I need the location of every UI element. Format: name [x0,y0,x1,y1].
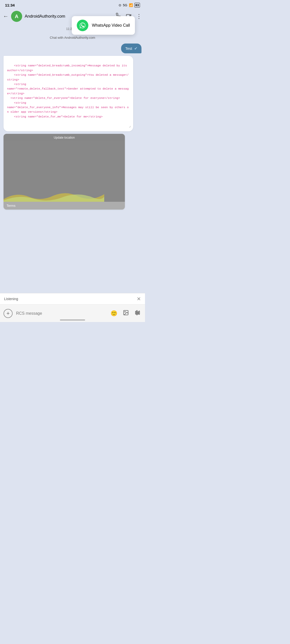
add-attachment-button[interactable]: + [4,309,13,318]
image-button[interactable] [122,309,130,318]
whatsapp-video-call-label: WhatsApp Video Call [92,23,130,28]
message-check-icon: ✔ [134,46,137,51]
media-card-body [4,141,125,202]
received-code-bubble: <string name="deleted_breadcrumb_incomin… [4,56,133,131]
status-time: 11:34 [5,3,15,7]
svg-rect-7 [139,311,140,314]
media-card: Update location Terms [4,134,125,210]
whatsapp-video-call-dropdown[interactable]: WhatsApp Video Call [72,16,135,35]
signal-icon: 📶 [129,3,133,7]
svg-rect-4 [135,311,136,314]
svg-rect-6 [138,312,138,314]
wave-graphic [4,189,104,202]
svg-rect-5 [137,310,137,315]
listening-label: Listening [4,297,18,301]
back-button[interactable]: ← [3,13,9,20]
status-icons: ⊙ 5G 📶 83 [119,3,140,8]
listening-bar: Listening ✕ [0,293,145,304]
message-input[interactable] [16,311,106,316]
sent-message-text: Test [125,46,132,51]
wifi-icon: ⊙ [119,3,121,7]
whatsapp-icon [77,20,88,31]
listening-close-button[interactable]: ✕ [137,296,141,302]
battery-indicator: 83 [134,3,140,8]
sent-message-bubble: Test ✔ [121,44,141,53]
more-options-button[interactable]: ⋮ [136,13,142,20]
emoji-button[interactable]: 🙂 [110,309,118,318]
chat-area: 11:29 AM Chat with AndroidAuthority.com … [0,24,145,297]
status-bar: 11:34 ⊙ 5G 📶 83 [0,0,145,9]
media-card-footer: Terms [4,202,125,210]
voice-button[interactable] [133,309,141,318]
svg-point-3 [125,311,125,312]
received-check-icon: ✓ [129,125,131,130]
code-content: <string name="deleted_breadcrumb_incomin… [7,64,129,118]
home-indicator [60,319,85,320]
network-label: 5G [123,3,127,7]
avatar: A [11,11,22,22]
chat-info: Chat with AndroidAuthority.com [4,36,141,39]
media-card-header: Update location [4,134,125,141]
